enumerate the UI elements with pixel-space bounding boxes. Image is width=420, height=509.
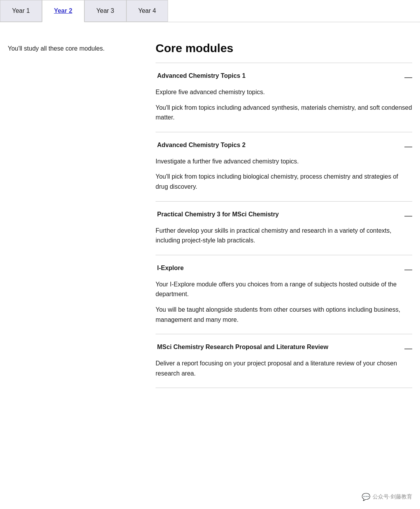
module-item: Practical Chemistry 3 for MSci Chemistry… <box>156 202 412 255</box>
module-title: Advanced Chemistry Topics 1 <box>156 72 245 79</box>
module-paragraph: Deliver a report focusing on your projec… <box>156 358 412 378</box>
collapse-icon[interactable]: — <box>404 344 412 352</box>
module-title: Practical Chemistry 3 for MSci Chemistry <box>156 211 279 218</box>
module-body: Investigate a further five advanced chem… <box>156 156 412 192</box>
module-body: Your I-Explore module offers you choices… <box>156 279 412 325</box>
module-header[interactable]: Advanced Chemistry Topics 2 — <box>156 142 412 150</box>
collapse-icon[interactable]: — <box>404 212 412 219</box>
module-paragraph: Your I-Explore module offers you choices… <box>156 279 412 299</box>
module-item: Advanced Chemistry Topics 1 — Explore fi… <box>156 63 412 132</box>
module-body: Further develop your skills in practical… <box>156 226 412 246</box>
module-paragraph: You will be taught alongside students fr… <box>156 305 412 325</box>
module-paragraph: You'll pick from topics including advanc… <box>156 103 412 123</box>
module-header[interactable]: MSci Chemistry Research Proposal and Lit… <box>156 344 412 352</box>
module-paragraph: Further develop your skills in practical… <box>156 226 412 246</box>
tabs-bar: Year 1 Year 2 Year 3 Year 4 <box>0 0 420 22</box>
right-content: Core modules Advanced Chemistry Topics 1… <box>156 42 412 388</box>
module-title: Advanced Chemistry Topics 2 <box>156 142 245 149</box>
tab-year1[interactable]: Year 1 <box>0 0 42 22</box>
module-title: MSci Chemistry Research Proposal and Lit… <box>156 344 328 351</box>
module-header[interactable]: Advanced Chemistry Topics 1 — <box>156 72 412 81</box>
module-header[interactable]: Practical Chemistry 3 for MSci Chemistry… <box>156 211 412 219</box>
module-title: I-Explore <box>156 265 184 272</box>
collapse-icon[interactable]: — <box>404 265 412 273</box>
module-paragraph: Investigate a further five advanced chem… <box>156 156 412 167</box>
core-modules-title: Core modules <box>156 42 412 55</box>
collapse-icon[interactable]: — <box>404 73 412 81</box>
module-body: Explore five advanced chemistry topics. … <box>156 87 412 123</box>
module-paragraph: Explore five advanced chemistry topics. <box>156 87 412 97</box>
module-header[interactable]: I-Explore — <box>156 265 412 273</box>
module-body: Deliver a report focusing on your projec… <box>156 358 412 378</box>
tab-year3[interactable]: Year 3 <box>84 0 126 22</box>
sidebar-description: You'll study all these core modules. <box>8 44 140 53</box>
module-item: Advanced Chemistry Topics 2 — Investigat… <box>156 132 412 202</box>
main-content: You'll study all these core modules. Cor… <box>0 22 420 404</box>
collapse-icon[interactable]: — <box>404 142 412 150</box>
watermark-text: 公众号·剑藤教育 <box>373 493 412 500</box>
watermark: 💬 公众号·剑藤教育 <box>362 493 412 501</box>
module-item: I-Explore — Your I-Explore module offers… <box>156 255 412 334</box>
module-paragraph: You'll pick from topics including biolog… <box>156 172 412 191</box>
tab-year2[interactable]: Year 2 <box>42 0 84 22</box>
left-sidebar: You'll study all these core modules. <box>8 42 140 388</box>
wechat-icon: 💬 <box>362 493 370 501</box>
tab-year4[interactable]: Year 4 <box>126 0 168 22</box>
module-item: MSci Chemistry Research Proposal and Lit… <box>156 334 412 388</box>
modules-list: Advanced Chemistry Topics 1 — Explore fi… <box>156 63 412 388</box>
